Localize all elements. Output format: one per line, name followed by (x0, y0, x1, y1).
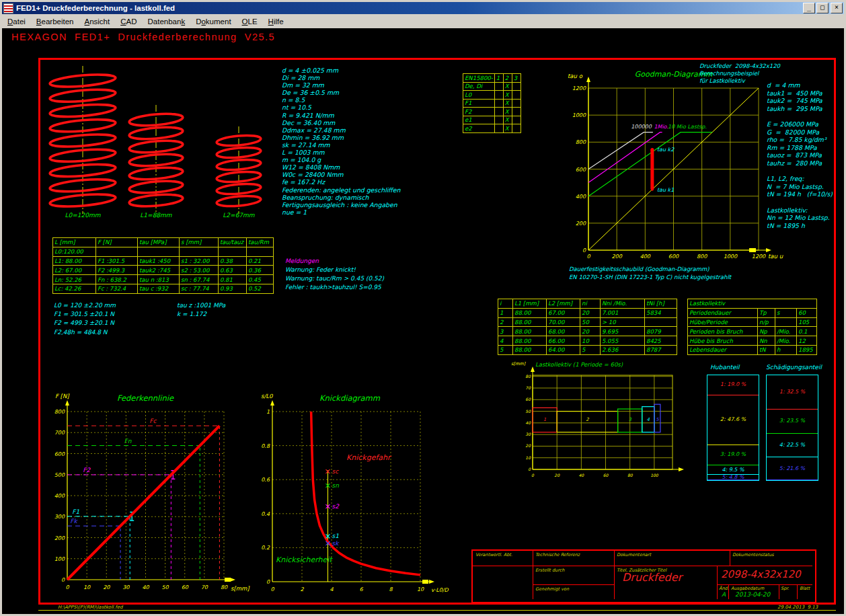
svg-text:10: 10 (417, 586, 424, 592)
svg-text:0.2: 0.2 (261, 545, 270, 551)
svg-text:10: 10 (525, 455, 531, 460)
svg-text:40: 40 (525, 420, 531, 425)
svg-text:400: 400 (640, 254, 651, 260)
svg-text:1200: 1200 (572, 85, 586, 91)
text-line: Dm = 32 mm (282, 81, 400, 89)
svg-text:400: 400 (54, 493, 65, 499)
share-segment: 2: 47.6 % (707, 395, 759, 445)
svg-text:20: 20 (554, 473, 560, 477)
svg-text:50: 50 (162, 584, 169, 590)
text-line: Dhmin = 36.92 mm (282, 134, 400, 141)
svg-text:1: 1 (543, 417, 546, 422)
minimize-button[interactable]: _ (803, 3, 815, 13)
svg-text:L2=67mm: L2=67mm (223, 212, 255, 219)
schaedigungsanteil-title: Schädigungsanteil (766, 364, 822, 371)
svg-text:1000: 1000 (724, 254, 738, 260)
text-line: Nn = 12 Mio Lastsp. (767, 214, 833, 222)
drawing-title: Druckfeder (622, 571, 682, 584)
spring-parameters: d = 4 ±0.025 mmDi = 28 mmDm = 32 mmDe = … (282, 67, 400, 216)
text-line: nue = 1 (282, 208, 400, 216)
svg-text:sc: sc (332, 468, 340, 475)
menu-ansicht[interactable]: Ansicht (79, 16, 116, 27)
table-row: F2X (463, 108, 521, 116)
table-row: F1X (463, 99, 521, 108)
svg-text:s/L0: s/L0 (261, 393, 274, 399)
text-line: L = 1003 mm (282, 149, 400, 156)
text-line: L1, L2, freq: (767, 175, 833, 183)
svg-text:200: 200 (54, 535, 65, 541)
svg-text:tau k2: tau k2 (657, 147, 675, 153)
svg-text:200: 200 (612, 254, 623, 260)
menu-ole[interactable]: OLE (237, 16, 263, 27)
svg-text:40: 40 (579, 473, 585, 477)
table-row: e1X (463, 116, 521, 124)
svg-text:500: 500 (54, 472, 65, 478)
menu-datei[interactable]: Datei (2, 16, 31, 27)
maximize-button[interactable]: □ (816, 3, 829, 13)
svg-text:600: 600 (576, 167, 586, 173)
spring-rate-chart: 0102030405060708001002003004005006007008… (50, 389, 252, 613)
titleblock-label: Ausgabedatum (731, 586, 764, 591)
text-line: tauk1 = 450 MPa (767, 89, 833, 98)
svg-text:10 Mio Lastsp.: 10 Mio Lastsp. (668, 124, 707, 130)
svg-text:8: 8 (389, 586, 393, 592)
svg-text:sn: sn (332, 482, 340, 489)
goodman-caption: Dauerfestigkeitsschaubild (Goodman-Diagr… (569, 266, 731, 281)
text-line: taukh = 295 MPa (767, 105, 833, 113)
text-line (767, 198, 833, 206)
text-line: Berechnungsbeispiel (699, 70, 780, 77)
svg-text:100000: 100000 (631, 124, 652, 130)
svg-text:600: 600 (54, 451, 65, 457)
svg-text:F1: F1 (72, 508, 79, 515)
svg-text:800: 800 (54, 409, 65, 415)
svg-text:1000: 1000 (572, 112, 586, 118)
menu-dokument[interactable]: Dokument (190, 16, 236, 27)
text-line: Di = 28 mm (282, 74, 400, 81)
svg-text:80: 80 (627, 473, 633, 477)
menu-cad[interactable]: CAD (115, 16, 142, 27)
menu-hilfe[interactable]: Hilfe (263, 16, 289, 27)
svg-text:sk: sk (332, 540, 340, 547)
svg-text:2: 2 (300, 586, 304, 592)
hubanteil-title: Hubanteil (710, 364, 739, 371)
titleblock-label: Erstellt durch (535, 568, 564, 573)
svg-text:80: 80 (221, 584, 228, 590)
close-button[interactable]: × (831, 3, 843, 13)
table-row: L1: 88.00F1 :301.5tauk1 :450s1 : 32.000.… (53, 256, 274, 266)
svg-text:2: 2 (586, 417, 589, 422)
load-collective-chart: 0204060801000102030405060708012345Lastko… (498, 358, 699, 488)
load-collective-info-table: LastkollektivPeriodendauerTps60Hübe/Peri… (687, 299, 817, 355)
table-row: 288.0070.0050> 10 (498, 317, 677, 327)
svg-text:Knickgefahr: Knickgefahr (346, 453, 392, 462)
svg-text:800: 800 (576, 139, 586, 145)
titleblock-label: Dokumentenart (617, 552, 651, 557)
svg-text:70: 70 (525, 385, 531, 390)
titleblock-label: Verantwortl. Abt. (475, 552, 512, 557)
svg-text:40: 40 (142, 584, 149, 590)
text-line: n = 8.5 (282, 96, 400, 104)
text-line: F2,48h = 484.8 N (54, 328, 116, 337)
message-line: Fehler : taukh>tauhzul! S=0.95 (285, 283, 384, 292)
text-line: E = 206000 MPa (767, 120, 833, 128)
menu-datenbank[interactable]: Datenbank (143, 16, 191, 27)
svg-text:600: 600 (668, 254, 679, 260)
menu-bearbeiten[interactable]: Bearbeiten (31, 16, 79, 27)
svg-text:100: 100 (54, 556, 65, 562)
message-line: Warnung: tauc/Rm > 0.45 (0.52) (285, 274, 384, 283)
table-row: Ln: 52.26Fn : 638.2tau n :813sn : 67.740… (53, 275, 274, 284)
svg-text:60: 60 (525, 397, 531, 401)
text-line: Ddmax = 27.48 mm (282, 126, 400, 134)
text-line: tauoz = 873 MPa (767, 151, 833, 159)
file-path-footer: H:\APPS\(P)(RM)\lastkoll.fed (58, 605, 122, 610)
svg-text:60: 60 (603, 473, 609, 477)
text-line: tauk2 = 745 MPa (767, 97, 833, 105)
table-row: Lc: 42.26Fc : 732.4tau c :932sc : 77.740… (53, 284, 274, 293)
svg-text:0.8: 0.8 (261, 443, 270, 449)
svg-text:10: 10 (83, 584, 91, 590)
svg-text:400: 400 (576, 194, 586, 200)
svg-text:0: 0 (531, 473, 535, 477)
text-line: sk = 27.14 mm (282, 141, 400, 149)
svg-text:0: 0 (61, 577, 65, 583)
table-row: 588.0064.0052.6368787 (498, 345, 677, 354)
table-row: PeriodendauerTps60 (688, 308, 817, 317)
